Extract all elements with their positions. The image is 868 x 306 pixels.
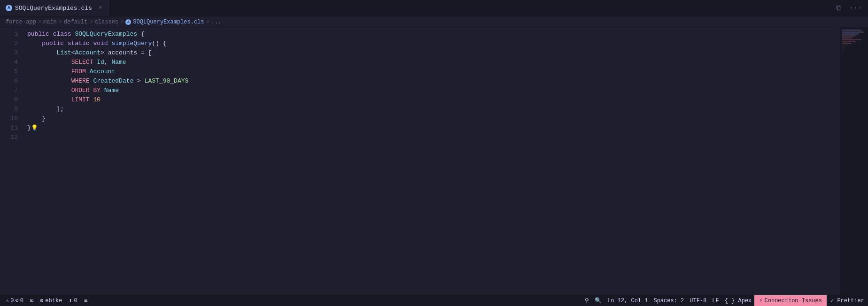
status-bar: ⚠ 0 ⊘ 0 ⊡ ⚙ ebike ⬆ 0 ≡ ⚲ 🔍: [0, 295, 868, 306]
breadcrumb-sep-4: >: [120, 19, 124, 25]
line-num-5: 5: [14, 67, 18, 76]
breadcrumb-sep-2: >: [59, 19, 62, 25]
split-editor-button[interactable]: ⧉: [834, 3, 843, 14]
code-line-11: }💡: [27, 123, 840, 133]
mini-line-7: [842, 41, 855, 42]
code-line-4: SELECT Id, Name: [27, 58, 840, 67]
mini-line-5: [842, 37, 852, 38]
warning-error-count[interactable]: ⚠ 0 ⊘ 0: [3, 297, 26, 304]
error-count-value: 0: [20, 298, 23, 304]
prettier-button[interactable]: ✓ Prettier: [827, 295, 868, 306]
encoding[interactable]: UTF-8: [687, 295, 709, 306]
deploy-count: 0: [74, 298, 78, 304]
connection-label: Connection Issues: [765, 298, 822, 304]
connection-issues-button[interactable]: ⚡ Connection Issues: [754, 295, 827, 306]
mini-line-6: [842, 39, 861, 40]
line-num-1: 1: [14, 30, 18, 39]
status-bar-right: ⚲ 🔍 Ln 12, Col 1 Spaces: 2 UTF-8 LF { } …: [582, 295, 868, 306]
code-line-8: LIMIT 10: [27, 95, 840, 105]
line-num-2: 2: [14, 39, 18, 48]
tab-filename: SOQLQueryExamples.cls: [15, 5, 92, 12]
mini-line-4: [842, 35, 855, 37]
mini-line-11: [842, 48, 844, 50]
deploy-icon: ⬆: [69, 297, 72, 304]
mini-line-10: [842, 46, 845, 48]
breadcrumb-sep-5: >: [206, 19, 209, 25]
warning-triangle-icon: ⚠: [6, 297, 9, 304]
layout-icon: ⊡: [30, 297, 33, 304]
code-line-1: public class SOQLQueryExamples {: [27, 30, 840, 39]
breadcrumb: force-app > main > default > classes > A…: [0, 16, 868, 28]
cursor-position[interactable]: Ln 12, Col 1: [604, 295, 651, 306]
line-num-10: 10: [10, 114, 18, 123]
line-num-9: 9: [14, 105, 18, 114]
indentation[interactable]: Spaces: 2: [651, 295, 687, 306]
minimap: [840, 28, 868, 295]
mini-line-1: [842, 30, 861, 31]
status-bar-left: ⚠ 0 ⊘ 0 ⊡ ⚙ ebike ⬆ 0 ≡: [0, 297, 90, 304]
breadcrumb-ellipsis[interactable]: ...: [211, 19, 222, 25]
code-line-6: WHERE CreatedDate > LAST_90_DAYS: [27, 76, 840, 86]
warning-count-value: 0: [10, 298, 14, 304]
zoom-icon: 🔍: [595, 297, 602, 304]
breadcrumb-sep-1: >: [38, 19, 41, 25]
breadcrumb-apex-icon: A: [125, 19, 131, 25]
apex-file-icon: A: [6, 5, 12, 11]
line-num-3: 3: [14, 48, 18, 58]
mini-line-9: [842, 45, 848, 46]
breadcrumb-sep-3: >: [89, 19, 93, 25]
code-line-7: ORDER BY Name: [27, 86, 840, 95]
line-num-7: 7: [14, 86, 18, 95]
prettier-label: ✓ Prettier: [830, 297, 864, 304]
minimap-content: [840, 28, 868, 52]
code-line-3: List<Account> accounts = [: [27, 48, 840, 58]
deploy-button[interactable]: ⬆ 0: [66, 297, 80, 304]
active-tab[interactable]: A SOQLQueryExamples.cls ×: [0, 0, 110, 16]
line-num-11: 11: [10, 123, 18, 133]
mini-line-2: [842, 31, 864, 33]
lightbulb-icon[interactable]: 💡: [31, 123, 38, 133]
code-line-5: FROM Account: [27, 67, 840, 76]
org-button[interactable]: ⚙ ebike: [37, 297, 65, 304]
tab-bar-right: ⧉ ···: [834, 3, 868, 14]
breadcrumb-default[interactable]: default: [64, 19, 87, 25]
line-numbers-gutter: 1 2 3 4 5 6 7 8 9 10 11 12: [0, 28, 23, 295]
breadcrumb-force-app[interactable]: force-app: [6, 19, 36, 25]
code-line-2: public static void simpleQuery() {: [27, 39, 840, 48]
error-circle-icon: ⊘: [15, 297, 18, 304]
line-num-6: 6: [14, 76, 18, 86]
search-status-button[interactable]: ⚲: [582, 295, 592, 306]
breadcrumb-classes[interactable]: classes: [95, 19, 118, 25]
code-editor[interactable]: public class SOQLQueryExamples { public …: [23, 28, 840, 295]
editor-container: 1 2 3 4 5 6 7 8 9 10 11 12 public class …: [0, 28, 868, 295]
org-icon: ⚙: [40, 297, 43, 304]
zoom-button[interactable]: 🔍: [592, 295, 604, 306]
more-actions-button[interactable]: ···: [847, 3, 864, 13]
tab-close-button[interactable]: ×: [97, 4, 104, 12]
connection-icon: ⚡: [759, 297, 762, 304]
line-ending[interactable]: LF: [709, 295, 721, 306]
menu-icon: ≡: [84, 298, 87, 304]
breadcrumb-filename[interactable]: SOQLQueryExamples.cls: [133, 19, 204, 25]
breadcrumb-main[interactable]: main: [43, 19, 57, 25]
layout-button[interactable]: ⊡: [27, 297, 36, 304]
org-label: ebike: [45, 298, 62, 304]
code-line-9: ];: [27, 105, 840, 114]
search-status-icon: ⚲: [585, 297, 589, 304]
tab-bar: A SOQLQueryExamples.cls × ⧉ ···: [0, 0, 868, 16]
mini-line-3: [842, 33, 859, 35]
mini-line-8: [842, 43, 852, 44]
code-line-10: }: [27, 114, 840, 123]
menu-button[interactable]: ≡: [81, 298, 90, 304]
line-num-12: 12: [10, 133, 18, 142]
line-num-4: 4: [14, 58, 18, 67]
code-line-12: [27, 133, 840, 142]
language-mode[interactable]: { } Apex: [722, 295, 755, 306]
line-num-8: 8: [14, 95, 18, 105]
